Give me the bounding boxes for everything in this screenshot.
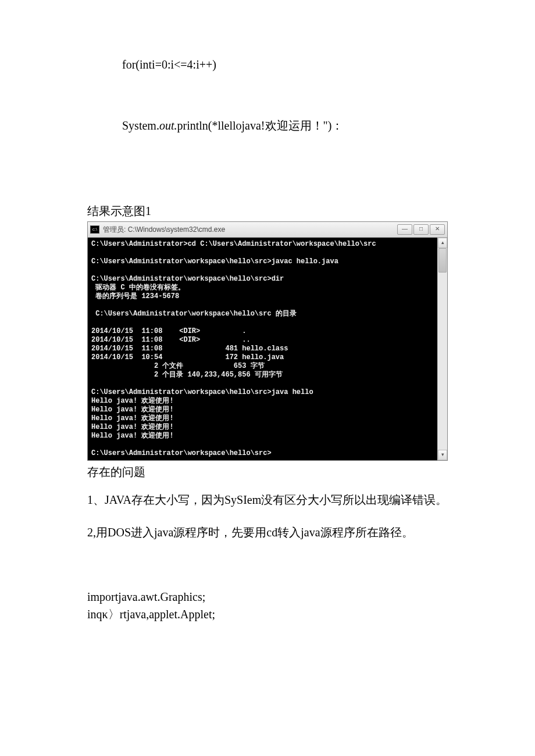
code2-em: out. (159, 119, 177, 132)
import-line-2: inqκ〉rtjava,applet.Applet; (87, 605, 448, 623)
import-line-1: importjava.awt.Graphics; (87, 588, 448, 605)
minimize-button[interactable]: — (397, 224, 412, 235)
scroll-up-icon[interactable]: ▴ (438, 238, 447, 248)
code-line-1: for(inti=0:i<=4:i++) (122, 58, 448, 71)
window-title-text: 管理员: C:\Windows\system32\cmd.exe (103, 225, 397, 235)
cmd-window: c:\ 管理员: C:\Windows\system32\cmd.exe — □… (87, 221, 448, 461)
code-line-2: System.out.println(*llellojava!欢迎运用！")： (122, 118, 448, 134)
close-button[interactable]: ✕ (430, 224, 445, 235)
scroll-down-icon[interactable]: ▾ (438, 450, 447, 460)
title-prefix: 管理员: (103, 225, 126, 234)
problem-item-1: 1、JAVA存在大小写，因为SySIem没有区分大小写所以出现编译错误。 (87, 490, 448, 509)
scrollbar[interactable]: ▴ ▾ (437, 238, 447, 460)
code2-post: println(*llellojava!欢迎运用！")： (177, 119, 343, 132)
scroll-track[interactable] (438, 248, 447, 450)
terminal-output[interactable]: C:\Users\Administrator>cd C:\Users\Admin… (88, 238, 437, 460)
window-buttons: — □ ✕ (397, 224, 445, 235)
problem-item-2: 2,用DOS进入java源程序时，先要用cd转入java源程序所在路径。 (87, 523, 448, 542)
maximize-button[interactable]: □ (413, 224, 429, 235)
document-page: for(inti=0:i<=4:i++) System.out.println(… (0, 0, 535, 658)
result-diagram-heading: 结果示意图1 (87, 203, 448, 219)
import-block: importjava.awt.Graphics; inqκ〉rtjava,app… (87, 588, 448, 623)
terminal-body: C:\Users\Administrator>cd C:\Users\Admin… (88, 238, 447, 460)
code2-pre: System. (122, 119, 159, 132)
problems-heading: 存在的问题 (87, 464, 448, 480)
window-title-bar: c:\ 管理员: C:\Windows\system32\cmd.exe — □… (88, 222, 447, 238)
title-path: C:\Windows\system32\cmd.exe (126, 225, 225, 234)
cmd-icon: c:\ (90, 225, 99, 234)
scroll-thumb[interactable] (438, 248, 447, 273)
